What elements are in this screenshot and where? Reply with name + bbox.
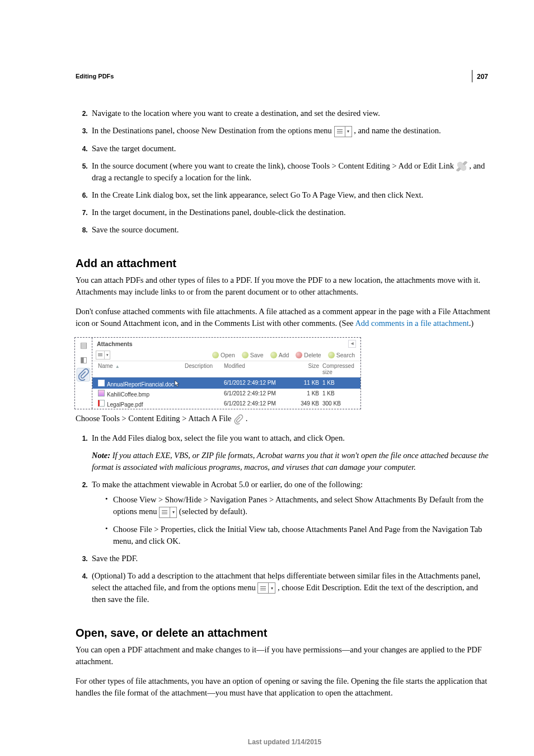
step-text: In the Add Files dialog box, select the … [92, 433, 345, 442]
step-text: To make the attachment viewable in Acrob… [92, 480, 363, 489]
note-text: If you attach EXE, VBS, or ZIP file form… [92, 451, 489, 472]
note: Note: If you attach EXE, VBS, or ZIP fil… [92, 450, 494, 473]
step-text-after: , and name the destination. [354, 126, 441, 135]
file-bmp-icon [98, 390, 105, 396]
step-7: In the target document, in the Destinati… [90, 207, 494, 218]
attachments-panel: Attachments ◂ ▾ Open Save Add Delete Sea… [92, 338, 360, 409]
options-menu-icon: ▾ [159, 507, 177, 518]
table-row: KahiliCoffee.bmp 6/1/2012 2:49:12 PM 1 K… [92, 389, 360, 399]
step-text: In the Create Link dialog box, set the l… [92, 190, 423, 199]
step-8: Save the source document. [90, 224, 494, 236]
toolbar-search: Search [326, 351, 357, 359]
cell-size: 349 KB [294, 400, 322, 407]
file-doc-icon [98, 380, 105, 386]
col-size: Size [294, 363, 322, 375]
para-open-2: For other types of file attachments, you… [76, 675, 494, 699]
toolbar-delete: Delete [293, 351, 323, 359]
step-1: In the Add Files dialog box, select the … [90, 432, 494, 473]
col-modified: Modified [224, 363, 294, 375]
step-2: To make the attachment viewable in Acrob… [90, 479, 494, 547]
cell-compressed: 1 KB [322, 390, 357, 396]
heading-add-attachment: Add an attachment [76, 257, 494, 270]
panel-options-menu-icon: ▾ [96, 351, 110, 360]
col-description: Description [185, 363, 224, 375]
step-text: Navigate to the location where you want … [92, 109, 380, 118]
note-label: Note: [92, 451, 113, 460]
toolbar-open: Open [210, 351, 237, 359]
step-3: Save the PDF. [90, 553, 494, 564]
panel-title-row: Attachments ◂ [92, 338, 360, 349]
table-row: LegalPage.pdf 6/1/2012 2:49:12 PM 349 KB… [92, 399, 360, 409]
cell-size: 11 KB [294, 380, 322, 386]
file-pdf-icon [98, 400, 105, 407]
col-compressed: Compressed size [322, 363, 357, 375]
table-row: AnnualReportFinancial.doc 6/1/2012 2:49:… [92, 377, 360, 389]
para-open-1: You can open a PDF attachment and make c… [76, 644, 494, 668]
sort-asc-icon: ▲ [115, 364, 120, 369]
bullet-1: Choose View > Show/Hide > Navigation Pan… [105, 494, 494, 518]
breadcrumb: Editing PDFs [76, 73, 494, 80]
panel-close-icon: ◂ [348, 340, 356, 348]
link-tool-icon [456, 161, 467, 171]
rail-attachments-icon [77, 368, 90, 381]
attachments-panel-screenshot: ▤ ◧ Attachments ◂ ▾ Open Save Add Delete… [74, 337, 361, 409]
heading-open-attachment: Open, save, or delete an attachment [76, 627, 494, 640]
rail-pages-icon: ▤ [77, 339, 90, 351]
cell-name: LegalPage.pdf [107, 402, 143, 408]
panel-toolbar: ▾ Open Save Add Delete Search [92, 349, 360, 361]
attach-steps: In the Add Files dialog box, select the … [76, 432, 494, 606]
paperclip-icon [233, 414, 243, 424]
panel-title: Attachments [97, 340, 133, 347]
page-number: 207 [477, 73, 488, 81]
destinations-steps: Navigate to the location where you want … [76, 108, 494, 236]
bullet-text-after: (selected by default). [179, 507, 247, 516]
step-4: Save the target document. [90, 143, 494, 155]
step-text-before: In the Destinations panel, choose New De… [92, 126, 334, 135]
page-number-block: 207 [472, 70, 488, 82]
grid-header: Name▲ Description Modified Size Compress… [92, 361, 360, 377]
cell-name: AnnualReportFinancial.doc [107, 381, 174, 388]
cell-modified: 6/1/2012 2:49:12 PM [224, 400, 294, 407]
link-add-comments[interactable]: Add comments in a file attachment [355, 319, 469, 328]
nav-rail: ▤ ◧ [75, 338, 92, 409]
para-text-after: .) [469, 319, 474, 328]
step-2: Navigate to the location where you want … [90, 108, 494, 119]
step-text: Save the PDF. [92, 554, 138, 563]
bullet-2: Choose File > Properties, click the Init… [105, 524, 494, 547]
col-name: Name▲ [98, 363, 185, 375]
step-text: Save the target document. [92, 144, 176, 153]
last-updated-footer: Last updated 1/14/2015 [76, 738, 494, 746]
cell-modified: 6/1/2012 2:49:12 PM [224, 390, 294, 396]
options-menu-icon: ▾ [257, 582, 275, 594]
para-attach-1: You can attach PDFs and other types of f… [76, 274, 494, 298]
caption-attach: Choose Tools > Content Editing > Attach … [76, 413, 494, 424]
cursor-icon [174, 382, 181, 389]
caption-after: . [246, 414, 248, 423]
cell-compressed: 300 KB [322, 400, 357, 407]
step-4: (Optional) To add a description to the a… [90, 570, 494, 606]
options-menu-icon: ▾ [334, 126, 352, 137]
step-5: In the source document (where you want t… [90, 160, 494, 184]
caption-before: Choose Tools > Content Editing > Attach … [76, 414, 233, 423]
step-text: In the target document, in the Destinati… [92, 208, 346, 217]
cell-modified: 6/1/2012 2:49:12 PM [224, 380, 294, 386]
step-2-bullets: Choose View > Show/Hide > Navigation Pan… [92, 494, 494, 547]
para-attach-2: Don't confuse attached comments with fil… [76, 306, 494, 329]
cell-size: 1 KB [294, 390, 322, 396]
cell-compressed: 1 KB [322, 380, 357, 386]
bullet-text: Choose File > Properties, click the Init… [113, 525, 482, 545]
step-6: In the Create Link dialog box, set the l… [90, 189, 494, 201]
cell-name: KahiliCoffee.bmp [107, 391, 149, 398]
rail-bookmarks-icon: ◧ [77, 353, 90, 366]
step-text: Save the source document. [92, 225, 179, 234]
step-text-before: In the source document (where you want t… [92, 161, 456, 170]
toolbar-add: Add [268, 351, 292, 359]
toolbar-save: Save [240, 351, 266, 359]
step-3: In the Destinations panel, choose New De… [90, 125, 494, 137]
